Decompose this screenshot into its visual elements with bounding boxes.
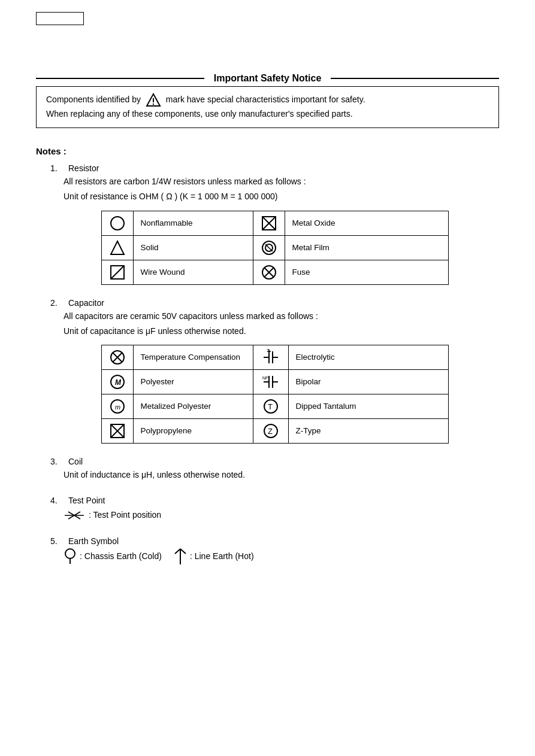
label-polyester: Polyester	[133, 369, 253, 394]
note-num-4: 4.	[50, 496, 64, 505]
chassis-earth-icon	[64, 547, 77, 564]
label-solid: Solid	[133, 235, 253, 260]
note-num-5: 5.	[50, 536, 64, 546]
sym-ztype: Z	[253, 418, 288, 443]
note-num-3: 3.	[50, 457, 64, 466]
safety-text: Components identified by mark have speci…	[46, 93, 489, 107]
svg-line-12	[111, 266, 124, 279]
table-row: Solid Metal Film	[101, 235, 448, 260]
svg-text:T: T	[268, 402, 273, 411]
page-indicator	[36, 12, 84, 25]
note-header-5: Earth Symbol	[68, 536, 119, 546]
svg-text:NP: NP	[262, 376, 268, 380]
test-point-label: : Test Point position	[89, 506, 161, 523]
cap-desc2: Unit of capacitance is μF unless otherwi…	[64, 324, 499, 339]
sym-polyester: M	[101, 369, 133, 394]
safety-box: Components identified by mark have speci…	[36, 86, 499, 128]
svg-point-45	[65, 549, 75, 558]
cap-desc1: All capacitors are ceramic 50V capacitor…	[64, 309, 499, 324]
svg-text:m: m	[115, 403, 120, 411]
note-header-4: Test Point	[68, 496, 105, 505]
resistor-desc1: All resistors are carbon 1/4W resistors …	[64, 174, 499, 189]
sym-metaloxide	[253, 211, 285, 235]
label-nonflammable: Nonflammable	[133, 211, 253, 235]
note-testpoint: 4. Test Point : Test Point position	[36, 496, 499, 523]
safety-title: Important Safety Notice	[204, 73, 331, 84]
sym-solid	[101, 235, 133, 260]
label-fuse: Fuse	[285, 260, 448, 284]
sym-temp-comp	[101, 345, 133, 369]
svg-line-48	[175, 549, 180, 554]
table-row: Temperature Compensation + Electrolytic	[101, 345, 448, 369]
label-temp-comp: Temperature Compensation	[133, 345, 253, 369]
note-num-2: 2.	[50, 298, 64, 308]
note-num-1: 1.	[50, 163, 64, 173]
sym-bipolar: NP	[253, 369, 288, 394]
line-earth-icon	[174, 547, 187, 564]
sym-metalized-poly: m	[101, 394, 133, 418]
label-polyprop: Polypropylene	[133, 418, 253, 443]
safety-title-row: Important Safety Notice	[36, 73, 499, 84]
label-wirewound: Wire Wound	[133, 260, 253, 284]
sym-nonflammable	[101, 211, 133, 235]
sym-electrolytic: +	[253, 345, 288, 369]
sym-fuse	[253, 260, 285, 284]
label-metalfilm: Metal Film	[285, 235, 448, 260]
svg-text:+: +	[267, 349, 270, 352]
note-resistor: 1. Resistor All resistors are carbon 1/4…	[36, 163, 499, 284]
sym-wirewound	[101, 260, 133, 284]
sym-metalfilm	[253, 235, 285, 260]
svg-point-2	[153, 104, 154, 105]
sym-dipped-tant: T	[253, 394, 288, 418]
label-dipped-tant: Dipped Tantalum	[288, 394, 448, 418]
svg-marker-7	[111, 241, 124, 254]
svg-line-49	[180, 549, 186, 554]
capacitor-table: Temperature Compensation + Electrolytic	[101, 345, 449, 444]
label-metalized-poly: Metalized Polyester	[133, 394, 253, 418]
label-electrolytic: Electrolytic	[288, 345, 448, 369]
safety-text-2: When replacing any of these components, …	[46, 107, 489, 122]
notes-title: Notes :	[36, 146, 499, 156]
resistor-desc2: Unit of resistance is OHM ( Ω ) (K = 1 0…	[64, 189, 499, 204]
note-header-2: Capacitor	[68, 298, 104, 308]
table-row: m Metalized Polyester T Dipped Tantalum	[101, 394, 448, 418]
label-metaloxide: Metal Oxide	[285, 211, 448, 235]
title-line-right	[331, 78, 499, 79]
note-coil: 3. Coil Unit of inductance is μH, unless…	[36, 457, 499, 482]
resistor-table: Nonflammable Metal Oxide Solid	[101, 211, 449, 285]
table-row: M Polyester NP Bipolar	[101, 369, 448, 394]
svg-point-3	[111, 217, 124, 230]
chassis-earth-label: : Chassis Earth (Cold)	[80, 548, 162, 564]
notes-section: Notes : 1. Resistor All resistors are ca…	[36, 146, 499, 564]
table-row: Wire Wound Fuse	[101, 260, 448, 284]
note-capacitor: 2. Capacitor All capacitors are ceramic …	[36, 298, 499, 444]
label-ztype: Z-Type	[288, 418, 448, 443]
svg-text:M: M	[115, 378, 122, 387]
table-row: Nonflammable Metal Oxide	[101, 211, 448, 235]
note-header-3: Coil	[68, 457, 83, 466]
line-earth-label: : Line Earth (Hot)	[190, 548, 254, 564]
title-line-left	[36, 78, 204, 79]
sym-polyprop	[101, 418, 133, 443]
test-point-icon	[64, 506, 85, 523]
table-row: Polypropylene Z Z-Type	[101, 418, 448, 443]
label-bipolar: Bipolar	[288, 369, 448, 394]
svg-text:Z: Z	[268, 427, 273, 436]
coil-desc1: Unit of inductance is μH, unless otherwi…	[64, 467, 499, 482]
note-header-1: Resistor	[68, 163, 99, 173]
note-earth: 5. Earth Symbol : Chassis Earth (Cold)	[36, 536, 499, 564]
warning-triangle-icon	[146, 93, 161, 107]
safety-notice-section: Important Safety Notice Components ident…	[36, 73, 499, 128]
